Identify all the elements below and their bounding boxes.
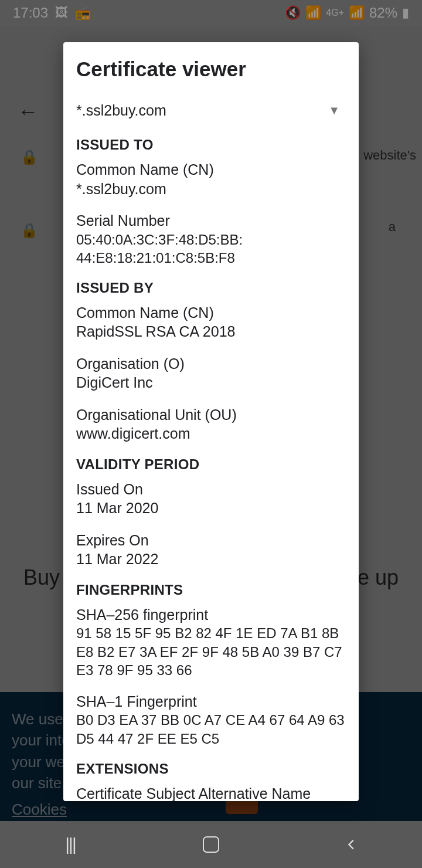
field-expires-on: Expires On 11 Mar 2022 [76,531,346,569]
field-value: 05:40:0A:3C:3F:48:D5:BB: 44:E8:18:21:01:… [76,230,346,267]
field-san: Certificate Subject Alternative Name *.s… [76,784,346,801]
field-label: SHA–256 fingerprint [76,605,346,625]
field-label: Organisational Unit (OU) [76,405,346,425]
field-label: SHA–1 Fingerprint [76,692,346,711]
field-value: 91 58 15 5F 95 B2 82 4F 1E ED 7A B1 8B E… [76,624,346,679]
field-label: Serial Number [76,211,346,230]
field-label: Common Name (CN) [76,160,346,179]
field-value: DigiCert Inc [76,373,346,392]
field-value: www.digicert.com [76,424,346,443]
field-label: Issued On [76,480,346,499]
section-heading-extensions: EXTENSIONS [76,761,346,777]
field-org: Organisation (O) DigiCert Inc [76,354,346,392]
field-label: Organisation (O) [76,354,346,374]
certificate-dropdown[interactable]: *.ssl2buy.com ▼ [76,102,346,119]
section-heading-validity: VALIDITY PERIOD [76,456,346,473]
nav-back-button[interactable] [340,833,363,856]
field-ou: Organisational Unit (OU) www.digicert.co… [76,405,346,443]
field-label: Expires On [76,531,346,550]
nav-home-button[interactable] [199,833,223,856]
field-value: 11 Mar 2020 [76,499,346,518]
field-value: 11 Mar 2022 [76,550,346,569]
field-issued-on: Issued On 11 Mar 2020 [76,480,346,518]
system-nav-bar: ||| [0,821,422,868]
field-cn-issued-by: Common Name (CN) RapidSSL RSA CA 2018 [76,303,346,341]
field-cn-issued-to: Common Name (CN) *.ssl2buy.com [76,160,346,198]
modal-title: Certificate viewer [76,57,346,81]
section-heading-issued-to: ISSUED TO [76,137,346,153]
certificate-viewer-modal: Certificate viewer *.ssl2buy.com ▼ ISSUE… [63,42,359,801]
section-heading-fingerprints: FINGERPRINTS [76,582,346,598]
field-value: B0 D3 EA 37 BB 0C A7 CE A4 67 64 A9 63 D… [76,711,346,747]
field-serial: Serial Number 05:40:0A:3C:3F:48:D5:BB: 4… [76,211,346,267]
field-sha1: SHA–1 Fingerprint B0 D3 EA 37 BB 0C A7 C… [76,692,346,748]
dropdown-value: *.ssl2buy.com [76,102,166,119]
field-value: *.ssl2buy.com [76,179,346,199]
field-label: Certificate Subject Alternative Name [76,784,346,801]
field-label: Common Name (CN) [76,303,346,323]
field-sha256: SHA–256 fingerprint 91 58 15 5F 95 B2 82… [76,605,346,679]
section-heading-issued-by: ISSUED BY [76,280,346,296]
chevron-down-icon: ▼ [328,104,340,117]
nav-recent-button[interactable]: ||| [59,833,82,856]
field-value: RapidSSL RSA CA 2018 [76,322,346,341]
